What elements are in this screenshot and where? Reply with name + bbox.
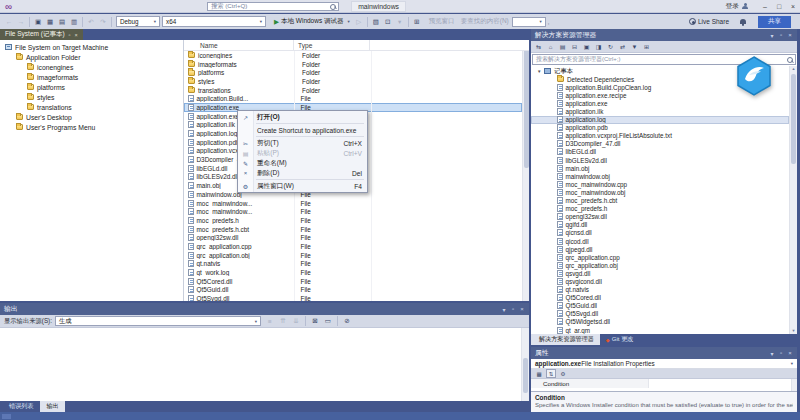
pin-icon[interactable]: ▫ <box>69 32 71 38</box>
solution-tree-item[interactable]: application.ilk <box>531 107 789 115</box>
fs-tree-item[interactable]: styles <box>0 92 183 102</box>
solution-configuration-select[interactable]: Debug <box>116 16 160 27</box>
properties-object-select[interactable]: application.exe File Installation Proper… <box>531 359 797 369</box>
moc_mainwindow...[interactable]: moc_mainwindow... File <box>184 207 522 216</box>
menu-item-delete[interactable]: × 删除(D) Del <box>238 168 367 178</box>
back-icon[interactable]: ← <box>3 16 15 27</box>
moc_mainwindow...[interactable]: moc_mainwindow... File <box>184 199 522 208</box>
solution-tree-item[interactable]: moc_mainwindow.cpp <box>531 180 789 188</box>
fs-tree-item[interactable]: iconengines <box>0 62 183 72</box>
solution-platform-select[interactable]: x64 <box>162 16 266 27</box>
save-icon[interactable]: ▤ <box>56 16 68 27</box>
solution-tree-item[interactable]: qrc_application.obj <box>531 261 789 269</box>
solution-tree-item[interactable]: application.log <box>531 116 789 124</box>
sign-in-button[interactable]: 登录 <box>725 1 748 11</box>
undo-icon[interactable]: ↶ <box>85 16 97 27</box>
close-panel-icon[interactable]: × <box>787 350 793 357</box>
toolbar-icon[interactable] <box>337 316 338 326</box>
solution-tree-item[interactable]: moc_predefs.h <box>531 205 789 213</box>
solution-tree-item[interactable]: main.obj <box>531 164 789 172</box>
Qt5Guid.dll[interactable]: Qt5Guid.dll File <box>184 286 522 295</box>
solution-tree-item[interactable]: Qt5Widgetsd.dll <box>531 318 789 326</box>
imageformats[interactable]: imageformats Folder <box>184 60 522 69</box>
sync-active-document-icon[interactable]: ⇄ <box>617 42 628 52</box>
Qt5Svgd.dll[interactable]: Qt5Svgd.dll File <box>184 294 522 301</box>
solution-tree-scrollbar[interactable]: ▲ ▼ <box>789 66 797 334</box>
fs-tree-item[interactable]: translations <box>0 102 183 112</box>
solution-tree-item[interactable]: libGLESv2d.dll <box>531 156 789 164</box>
categorized-icon[interactable]: ▦ <box>534 369 544 378</box>
tab-file-system[interactable]: File System (记事本) ▫ × <box>0 29 83 40</box>
messages-icon[interactable]: ≡ <box>264 316 276 327</box>
clear-all-icon[interactable]: ⊠ <box>309 316 321 327</box>
solution-tree-item[interactable]: application.vcxproj.FileListAbsolute.txt <box>531 132 789 140</box>
refresh-icon[interactable]: ↻ <box>605 42 616 52</box>
pin-icon[interactable]: ▫ <box>510 306 516 313</box>
solution-tree-item[interactable]: D3Dcompiler_47.dll <box>531 140 789 148</box>
live-unit-testing-icon[interactable]: ▧ <box>370 16 382 27</box>
solution-tree-item[interactable]: opengl32sw.dll <box>531 213 789 221</box>
menu-item-rename[interactable]: ✎ 重命名(M) <box>238 158 367 168</box>
notifications-bell-icon[interactable] <box>739 18 746 26</box>
translations[interactable]: translations Folder <box>184 86 522 95</box>
property-pages-icon[interactable]: ⚙ <box>558 369 568 378</box>
output-scrollbar[interactable] <box>521 328 529 401</box>
find-combo[interactable] <box>512 17 546 27</box>
toolbar-icon[interactable] <box>111 17 112 27</box>
toolbar-icon[interactable] <box>367 17 368 27</box>
solution-tree-item[interactable]: mainwindow.obj <box>531 172 789 180</box>
property-grid-scrollbar[interactable] <box>791 379 797 391</box>
toolbar-icon[interactable] <box>305 316 306 326</box>
iconengines[interactable]: iconengines Folder <box>184 51 522 60</box>
tab-error-list[interactable]: 错误列表 <box>3 401 39 412</box>
minimize-button[interactable]: – <box>758 0 772 13</box>
fs-tree-item[interactable]: File System on Target Machine <box>0 42 183 52</box>
fs-tree-item[interactable]: imageformats <box>0 72 183 82</box>
properties-icon[interactable]: ▣ <box>581 42 592 52</box>
start-debugging-button[interactable]: ▶ 本地 Windows 调试器 <box>271 16 353 28</box>
expander-icon[interactable]: ▼ <box>537 69 544 74</box>
scroll-up-icon[interactable]: ▲ <box>790 66 797 72</box>
solution-tree-item[interactable]: moc_mainwindow.obj <box>531 188 789 196</box>
solution-tree-item[interactable]: application.pdb <box>531 124 789 132</box>
forward-icon[interactable]: → <box>15 16 27 27</box>
breakpoints-window-icon[interactable]: ⊡ <box>382 16 394 27</box>
switch-views-icon[interactable]: ⇆ <box>533 42 544 52</box>
live-share-button[interactable]: Live Share <box>698 18 729 25</box>
solution-tree-item[interactable]: qicnsd.dll <box>531 229 789 237</box>
home-icon[interactable]: ⌂ <box>545 42 556 52</box>
next-message-icon[interactable]: ⇊ <box>290 316 302 327</box>
preview-selected-icon[interactable]: ◨ <box>593 42 604 52</box>
toolbar-icon[interactable] <box>408 17 409 27</box>
qrc_application.obj[interactable]: qrc_application.obj File <box>184 251 522 260</box>
navigate-window-icon[interactable]: ⊞ <box>411 16 423 27</box>
pin-icon[interactable]: ▫ <box>778 32 784 39</box>
menu-item-paste[interactable]: ▤ 粘贴(P) Ctrl+V <box>238 148 367 158</box>
qt.natvis[interactable]: qt.natvis File <box>184 260 522 269</box>
application.Build...[interactable]: application.Build... File <box>184 94 522 103</box>
solution-tree-item[interactable]: Qt5Cored.dll <box>531 294 789 302</box>
close-tab-icon[interactable]: × <box>75 32 78 38</box>
column-header-type[interactable]: Type <box>294 40 370 51</box>
menu-item-create-shortcut[interactable]: Create Shortcut to application.exe <box>238 125 367 135</box>
solution-tree-item[interactable]: libEGLd.dll <box>531 148 789 156</box>
save-all-icon[interactable]: ▥ <box>68 16 80 27</box>
fs-tree-item[interactable]: platforms <box>0 82 183 92</box>
word-wrap-icon[interactable]: ▭ <box>322 316 334 327</box>
share-button[interactable]: 共享 <box>758 16 791 28</box>
property-row[interactable]: Condition <box>531 379 797 388</box>
column-header-name[interactable]: Name <box>184 40 294 51</box>
solution-tree-item[interactable]: qsvgd.dll <box>531 269 789 277</box>
window-position-icon[interactable]: ▾ <box>501 306 507 313</box>
solution-tree-item[interactable]: qgifd.dll <box>531 221 789 229</box>
fs-tree-item[interactable]: User's Programs Menu <box>0 122 183 132</box>
toolbar-options-icon[interactable]: ‚ <box>548 18 550 25</box>
styles[interactable]: styles Folder <box>184 77 522 86</box>
close-panel-icon[interactable]: × <box>519 306 525 313</box>
pin-icon[interactable]: ▫ <box>778 350 784 357</box>
tab-solution-explorer[interactable]: 解决方案资源管理器 <box>531 334 600 345</box>
collapse-all-icon[interactable]: ⊟ <box>569 42 580 52</box>
stop-monitoring-icon[interactable]: ⊘ <box>341 316 353 327</box>
Qt5Cored.dll[interactable]: Qt5Cored.dll File <box>184 277 522 286</box>
toolbar-icon[interactable] <box>82 17 83 27</box>
